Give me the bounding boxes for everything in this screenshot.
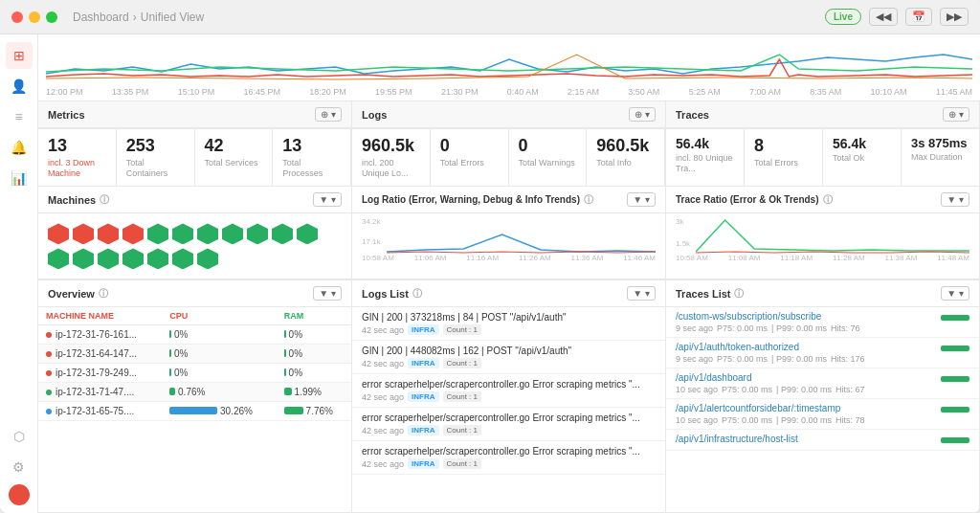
sparkline-chart: 12:00 PM 13:35 PM 15:10 PM 16:45 PM 18:2… [38,34,980,101]
log-entry-title: error scraperhelper/scrapercontroller.go… [362,446,656,457]
machine-hex-5[interactable] [147,223,168,244]
sidebar-icon-alert[interactable]: 🔔 [6,134,33,161]
stats-row: 13 incl. 3 Down Machine 253 Total Contai… [38,129,980,187]
metric-processes: 13 Total Processes [273,129,351,186]
machine-hex-2[interactable] [73,223,94,244]
live-badge: Live [825,9,861,25]
sidebar-icon-users[interactable]: 👤 [6,73,33,100]
trace-p99: | P99: 0.00 ms [776,385,832,394]
breadcrumb-page: Unified View [141,11,204,24]
log-count: Count : 1 [443,324,481,335]
list-item[interactable]: /api/v1/auth/token-authorized 9 sec ago … [666,338,979,368]
forward-button[interactable]: ▶▶ [940,8,969,26]
machines-panel-header: Machines ⓘ ▼ ▾ [38,187,351,213]
machine-hex-6[interactable] [172,223,193,244]
machine-hex-18[interactable] [197,248,218,269]
list-item[interactable]: GIN | 200 | 448082ms | 162 | POST "/api/… [352,341,665,374]
machine-name-cell: ip-172-31-79-249... [38,364,162,383]
machine-hex-17[interactable] [172,248,193,269]
machine-hex-8[interactable] [222,223,243,244]
ram-cell: 0% [277,364,351,383]
trace-duration: 3s 875ms Max Duration [902,129,980,186]
log-count: Count : 1 [443,425,481,435]
trace-meta: 10 sec ago P75: 0.00 ms | P99: 0.00 ms H… [676,385,969,394]
trace-ratio-filter-button[interactable]: ▼ ▾ [941,192,969,207]
machine-hex-9[interactable] [247,223,268,244]
machine-hex-11[interactable] [297,223,318,244]
machine-hex-4[interactable] [122,223,144,244]
machine-hex-1[interactable] [48,223,69,244]
log-ratio-info-icon: ⓘ [584,193,593,207]
list-item[interactable]: /api/v1/infrastructure/host-list [666,430,979,451]
list-item[interactable]: error scraperhelper/scrapercontroller.go… [352,374,665,408]
ram-cell: 0% [277,345,351,364]
overview-table: MACHINE NAME CPU RAM ip-172-31-76-161...… [38,307,351,421]
log-ratio-filter-button[interactable]: ▼ ▾ [627,192,656,207]
trace-ratio-info-icon: ⓘ [823,193,833,207]
cpu-bar [169,349,171,357]
machine-hex-15[interactable] [122,248,144,269]
machine-hex-7[interactable] [197,223,218,244]
metrics-add-button[interactable]: ⊕ ▾ [315,107,342,122]
cpu-bar [169,368,171,376]
calendar-button[interactable]: 📅 [905,8,932,26]
trace-time: 10 sec ago [676,385,718,394]
table-row: ip-172-31-79-249... 0% 0% [38,364,351,383]
sidebar-icon-menu[interactable]: ≡ [6,103,33,130]
log-time: 42 sec ago [362,459,404,469]
trace-meta: 10 sec ago P75: 0.00 ms | P99: 0.00 ms H… [676,415,969,425]
list-item[interactable]: error scraperhelper/scrapercontroller.go… [352,408,665,441]
trace-bar [941,315,969,321]
sidebar-icon-home[interactable]: ⊞ [6,42,33,69]
list-item[interactable]: error scraperhelper/scrapercontroller.go… [352,441,665,475]
machine-hex-12[interactable] [48,248,69,269]
back-button[interactable]: ◀◀ [869,8,898,26]
sidebar-icon-integration[interactable]: ⬡ [6,423,33,450]
maximize-button[interactable] [46,11,57,23]
machine-dot [46,390,52,395]
machine-name-cell: ip-172-31-71-47.... [38,383,162,402]
machine-hex-14[interactable] [98,248,119,269]
traces-add-button[interactable]: ⊕ ▾ [943,107,969,122]
col-machine-name: MACHINE NAME [38,307,162,325]
traces-list-container: /custom-ws/subscription/subscribe 9 sec … [666,307,979,512]
trace-time: 10 sec ago [676,415,718,425]
machine-hex-3[interactable] [98,223,119,244]
ram-cell: 7.76% [277,402,351,421]
sidebar-icon-chart[interactable]: 📊 [6,165,33,191]
cpu-bar [169,330,171,338]
log-entry-title: error scraperhelper/scrapercontroller.go… [362,413,656,423]
list-item[interactable]: /api/v1/dashboard 10 sec ago P75: 0.00 m… [666,368,979,399]
machine-hex-10[interactable] [272,223,293,244]
overview-filter-button[interactable]: ▼ ▾ [313,286,342,301]
trace-hits: Hits: 176 [831,354,865,364]
list-item[interactable]: /api/v1/alertcountforsidebar/:timestamp … [666,399,979,430]
trace-errors: 8 Total Errors [745,129,823,186]
log-time: 42 sec ago [362,359,404,368]
col-cpu: CPU [162,307,277,325]
trace-time: 9 sec ago [676,323,713,333]
machine-hex-13[interactable] [73,248,94,269]
trace-chart-labels: 10:58 AM 11:08 AM 11:18 AM 11:28 AM 11:3… [666,254,979,264]
traces-list-filter-button[interactable]: ▼ ▾ [941,286,969,301]
log-info: 960.5k Total Info [587,129,665,186]
logs-list-container: GIN | 200 | 373218ms | 84 | POST "/api/v… [352,307,665,512]
list-item[interactable]: GIN | 200 | 373218ms | 84 | POST "/api/v… [352,307,665,341]
sidebar-icon-avatar[interactable] [9,484,30,505]
ram-bar [284,407,303,414]
machines-info-icon: ⓘ [100,193,109,207]
machine-name-cell: ip-172-31-65-75.... [38,402,162,421]
minimize-button[interactable] [29,11,40,23]
trace-title: /api/v1/infrastructure/host-list [676,434,798,444]
machine-dot [46,332,52,338]
close-button[interactable] [11,11,23,23]
machine-hex-16[interactable] [147,248,168,269]
machines-filter-button[interactable]: ▼ ▾ [313,192,342,207]
list-item[interactable]: /custom-ws/subscription/subscribe 9 sec … [666,307,979,338]
logs-list-filter-button[interactable]: ▼ ▾ [627,286,656,301]
logs-add-button[interactable]: ⊕ ▾ [629,107,656,122]
sidebar: ⊞ 👤 ≡ 🔔 📊 ⬡ ⚙ [0,34,38,513]
machines-grid [38,213,351,279]
sidebar-icon-settings[interactable]: ⚙ [6,454,33,480]
log-count: Count : 1 [443,391,481,402]
